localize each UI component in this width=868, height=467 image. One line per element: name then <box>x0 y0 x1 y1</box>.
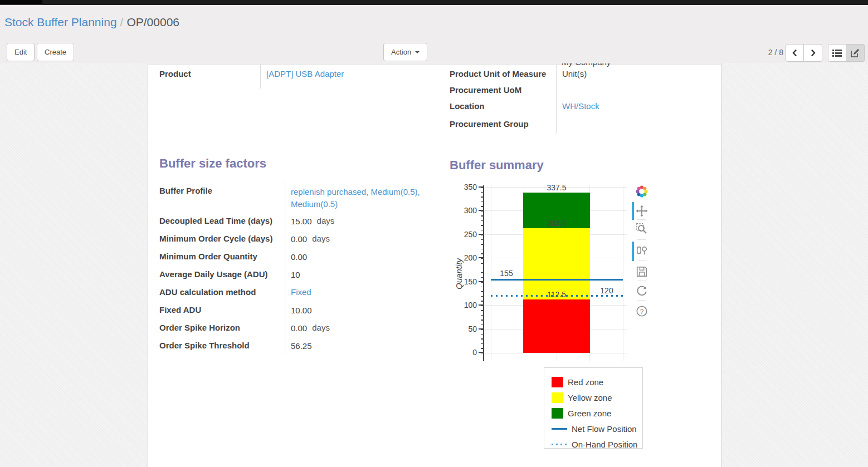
breadcrumb-parent-link[interactable]: Stock Buffer Planning <box>4 16 117 28</box>
field-row-location: Location WH/Stock <box>450 97 711 115</box>
fixed-adu-number: 10.00 <box>291 306 312 315</box>
product-group: Product [ADPT] USB Adapter <box>159 65 417 89</box>
view-switcher <box>828 44 865 62</box>
adu-method-link[interactable]: Fixed <box>291 287 311 297</box>
field-row-procurement-group: Procurement Group <box>450 115 711 134</box>
action-label: Action <box>391 48 411 56</box>
legend-item-yellow-zone[interactable]: Yellow zone <box>552 391 612 404</box>
pager-next-button[interactable] <box>804 44 822 62</box>
spike-horizon-value: 0.00days <box>285 318 433 336</box>
legend-item-on-hand[interactable]: On-Hand Position <box>552 438 637 450</box>
legend-label: On-Hand Position <box>572 440 637 449</box>
legend-label: Yellow zone <box>568 393 612 402</box>
major-tick <box>479 186 483 188</box>
help-icon[interactable]: ? <box>635 304 648 318</box>
buffer-profile-value: replenish purchased, Medium(0.5), Medium… <box>285 181 433 212</box>
toolbar-divider <box>637 260 646 261</box>
location-value: WH/Stock <box>556 97 711 115</box>
dlt-label: Decoupled Lead Time (days) <box>159 212 285 229</box>
adu-method-label: ADU calculation method <box>159 283 285 301</box>
plot-area[interactable]: 337.5 262.5 155 112.5 120 <box>484 185 627 361</box>
field-row-spike-threshold: Order Spike Threshold 56.25 <box>159 336 433 354</box>
dlt-number: 15.00 <box>291 217 312 226</box>
adu-number: 10 <box>291 270 300 279</box>
location-link[interactable]: WH/Stock <box>562 101 599 111</box>
list-view-button[interactable] <box>828 44 846 62</box>
chart-legend: Red zone Yellow zone Green zone Net Flow… <box>544 367 643 449</box>
top-nav-bar <box>0 0 868 5</box>
toolbar-divider <box>637 219 646 220</box>
chevron-right-icon <box>811 49 816 57</box>
annotation-bar-top: 337.5 <box>539 183 574 192</box>
field-row-spike-horizon: Order Spike Horizon 0.00days <box>159 318 433 336</box>
breadcrumb-current: OP/00006 <box>126 16 179 28</box>
yellow-swatch <box>552 392 563 403</box>
dlt-value: 15.00days <box>285 212 433 229</box>
breadcrumb-separator: / <box>120 16 124 28</box>
y-tick-100: 100 <box>453 301 477 309</box>
field-row-adu-method: ADU calculation method Fixed <box>159 283 433 301</box>
pager-previous-button[interactable] <box>786 44 804 62</box>
major-tick <box>479 281 483 282</box>
buffer-factors-group: Buffer Profile replenish purchased, Medi… <box>159 181 433 354</box>
fixed-adu-value: 10.00 <box>285 301 433 318</box>
pan-icon[interactable] <box>635 204 648 218</box>
product-label: Product <box>159 65 260 89</box>
page: Stock Buffer Planning/OP/00006 Edit Crea… <box>0 0 868 467</box>
moq-number: 0.00 <box>291 252 307 262</box>
moc-number: 0.00 <box>291 234 307 244</box>
adu-method-value: Fixed <box>285 283 433 301</box>
field-row-product: Product [ADPT] USB Adapter <box>159 65 417 89</box>
spike-threshold-value: 56.25 <box>285 336 433 354</box>
annotation-net-flow: 155 <box>489 269 524 278</box>
buffer-profile-link[interactable]: replenish purchased, Medium(0.5), Medium… <box>291 187 420 209</box>
buffer-profile-label: Buffer Profile <box>159 181 285 212</box>
active-indicator <box>632 202 634 220</box>
legend-item-green-zone[interactable]: Green zone <box>552 407 611 419</box>
legend-item-net-flow[interactable]: Net Flow Position <box>552 422 637 435</box>
toolbar-divider <box>637 239 646 240</box>
red-zone-bar <box>523 299 590 353</box>
field-row-moc: Minimum Order Cycle (days) 0.00days <box>159 229 433 247</box>
y-tick-250: 250 <box>453 230 477 239</box>
box-zoom-icon[interactable] <box>635 222 648 235</box>
legend-item-red-zone[interactable]: Red zone <box>552 376 603 388</box>
green-swatch <box>552 408 563 419</box>
app-menu-segment <box>0 0 42 5</box>
y-tick-50: 50 <box>453 325 477 333</box>
edit-button[interactable]: Edit <box>7 43 35 61</box>
compare-hover-icon[interactable] <box>635 244 648 258</box>
buffer-summary-title: Buffer summary <box>450 158 544 173</box>
reset-axes-icon[interactable] <box>635 284 648 297</box>
action-dropdown-button[interactable]: Action <box>383 43 427 61</box>
save-icon[interactable] <box>635 265 648 278</box>
svg-text:?: ? <box>640 308 644 316</box>
field-row-adu: Average Daily Usage (ADU) 10 <box>159 265 433 283</box>
red-swatch <box>552 377 563 387</box>
buffer-factors-title: Buffer size factors <box>159 156 266 171</box>
y-tick-200: 200 <box>453 253 477 262</box>
form-view-icon <box>851 48 860 57</box>
field-row-procurement-uom: Procurement UoM <box>450 82 711 97</box>
field-row-dlt: Decoupled Lead Time (days) 15.00days <box>159 212 433 229</box>
annotation-red-top: 112.5 <box>539 290 574 299</box>
annotation-green-bottom: 262.5 <box>539 219 574 228</box>
procurement-group-value <box>556 115 711 134</box>
major-tick <box>479 234 483 235</box>
create-button[interactable]: Create <box>37 43 74 61</box>
moc-label: Minimum Order Cycle (days) <box>159 229 285 247</box>
moc-unit: days <box>312 234 330 243</box>
legend-label: Net Flow Position <box>572 424 637 434</box>
form-view-button[interactable] <box>846 44 865 62</box>
field-row-uom: Product Unit of Measure Unit(s) <box>450 65 711 82</box>
location-label: Location <box>450 97 556 115</box>
legend-label: Red zone <box>568 377 603 387</box>
spike-horizon-unit: days <box>312 323 330 332</box>
product-link[interactable]: [ADPT] USB Adapter <box>266 69 344 78</box>
spike-threshold-number: 56.25 <box>291 341 312 351</box>
major-tick <box>479 210 483 211</box>
y-tick-350: 350 <box>453 183 477 191</box>
field-row-buffer-profile: Buffer Profile replenish purchased, Medi… <box>159 181 433 212</box>
toolbar-divider <box>637 281 646 281</box>
plotly-logo-icon[interactable] <box>635 185 648 198</box>
